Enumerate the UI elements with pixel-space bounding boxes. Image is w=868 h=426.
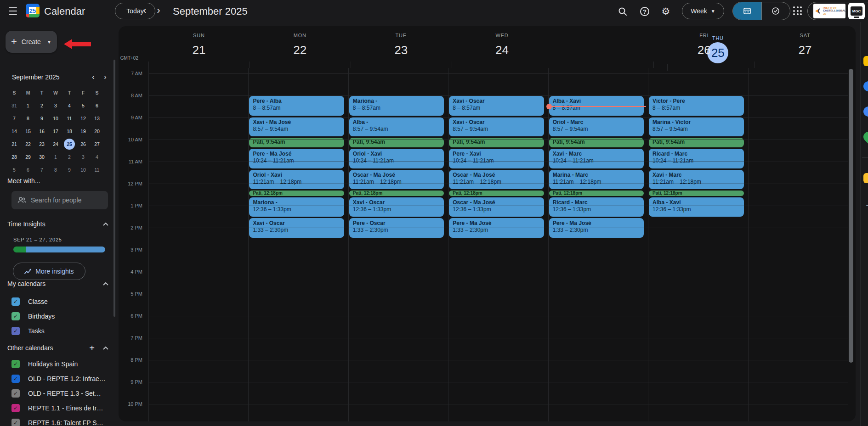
event-chip[interactable]: Pere - Xavi10:24 – 11:21am (449, 149, 544, 168)
calendar-checkbox[interactable] (11, 389, 20, 398)
mini-calendar-next-icon[interactable]: › (99, 71, 111, 83)
mini-calendar-date[interactable]: 27 (90, 138, 104, 151)
day-number[interactable]: 24 (492, 39, 513, 61)
mini-calendar-date[interactable]: 4 (90, 151, 104, 163)
profile-badge[interactable]: INSTITUT CASTELLBISBAL 30 MGC (807, 2, 868, 20)
calendar-checkbox[interactable] (11, 297, 20, 306)
event-chip[interactable]: Oriol - Xavi11:21am – 12:18pm (249, 170, 344, 190)
day-number[interactable]: 26 (693, 39, 715, 61)
other-calendar-item[interactable]: Holidays in Spain (7, 357, 111, 371)
help-icon[interactable]: ? (639, 6, 651, 17)
day-column-tue[interactable]: Mariona -8 – 8:57amAlba -8:57 – 9:54amPa… (348, 68, 448, 421)
mini-calendar-date[interactable]: 18 (62, 125, 76, 138)
day-column-fri[interactable]: Victor - Pere8 – 8:57amMarina - Victor8:… (648, 68, 748, 421)
tasks-view-toggle[interactable] (761, 2, 790, 20)
my-calendar-item[interactable]: Birthdays (7, 309, 111, 324)
event-chip[interactable]: Pati, 12:18pm (349, 191, 444, 196)
mini-calendar-prev-icon[interactable]: ‹ (87, 71, 99, 83)
event-chip[interactable]: Victor - Pere8 – 8:57am (649, 96, 743, 116)
day-header-fri[interactable]: FRI26 (653, 26, 755, 68)
search-icon[interactable] (617, 6, 629, 17)
next-week-icon[interactable]: › (152, 4, 165, 17)
sidebar-scrollbar[interactable] (113, 60, 115, 317)
mini-calendar-date[interactable]: 2 (62, 151, 76, 163)
mini-calendar-date[interactable]: 1 (49, 151, 62, 163)
other-calendar-item[interactable]: OLD - REPTE 1.2: Infraest... (7, 371, 111, 386)
mini-calendar-date[interactable]: 5 (76, 99, 90, 112)
mini-calendar-date[interactable]: 1 (21, 99, 35, 112)
calendar-view-toggle[interactable] (733, 2, 761, 20)
event-chip[interactable]: Xavi - Ma José8:57 – 9:54am (249, 117, 344, 137)
mini-calendar-date[interactable]: 9 (35, 112, 49, 125)
mini-calendar-date[interactable]: 25 (62, 138, 76, 151)
mini-calendar-date[interactable]: 19 (76, 125, 90, 138)
mini-calendar-date[interactable]: 16 (35, 125, 49, 138)
prev-week-icon[interactable]: ‹ (138, 4, 152, 17)
mini-calendar-date[interactable]: 30 (35, 151, 49, 163)
event-chip[interactable]: Ricard - Marc10:24 – 11:21am (649, 149, 743, 168)
view-selector[interactable]: Week ▼ (682, 3, 724, 19)
event-chip[interactable]: Marina - Victor8:57 – 9:54am (649, 117, 743, 137)
mini-calendar-date[interactable]: 20 (90, 125, 104, 138)
main-menu-icon[interactable] (6, 5, 19, 17)
my-calendar-item[interactable]: Classe (7, 294, 111, 309)
maps-icon[interactable] (861, 129, 868, 144)
mini-calendar-date[interactable]: 5 (7, 163, 21, 176)
day-column-mon[interactable]: Pere - Alba8 – 8:57amXavi - Ma José8:57 … (248, 68, 348, 421)
calendar-checkbox[interactable] (11, 419, 20, 426)
day-column-wed[interactable]: Xavi - Oscar8 – 8:57amXavi - Oscar8:57 –… (448, 68, 548, 421)
event-chip[interactable]: Oriol - Xavi10:24 – 11:21am (349, 149, 444, 168)
mgc-extension-icon[interactable]: MGC (848, 3, 865, 19)
mini-calendar-date[interactable]: 11 (62, 112, 76, 125)
mini-calendar-date[interactable]: 23 (35, 138, 49, 151)
calendar-checkbox[interactable] (11, 404, 20, 412)
event-chip[interactable]: Xavi - Marc10:24 – 11:21am (549, 149, 644, 168)
collapse-my-calendars-icon[interactable] (100, 278, 111, 289)
mini-calendar-date[interactable]: 9 (62, 163, 76, 176)
search-people-input[interactable]: Search for people (11, 191, 108, 209)
day-number[interactable]: 27 (794, 39, 816, 61)
day-number[interactable]: 22 (289, 39, 311, 61)
mini-calendar-date[interactable]: 8 (21, 112, 35, 125)
mini-calendar-date[interactable]: 29 (21, 151, 35, 163)
event-chip[interactable]: Alba - Xavi12:36 – 1:33pm (649, 197, 743, 217)
mini-calendar-date[interactable]: 8 (49, 163, 62, 176)
calendar-checkbox[interactable] (11, 312, 20, 320)
event-chip[interactable]: Oscar - Ma José11:21am – 12:18pm (449, 170, 544, 190)
day-column-sat[interactable] (748, 68, 848, 421)
mini-calendar-date[interactable]: 4 (62, 99, 76, 112)
day-number[interactable]: 21 (188, 39, 210, 61)
mini-calendar-date[interactable]: 6 (21, 163, 35, 176)
event-chip[interactable]: Xavi - Oscar12:36 – 1:33pm (349, 197, 444, 217)
event-chip[interactable]: Pere - Alba8 – 8:57am (249, 96, 344, 116)
more-insights-button[interactable]: More insights (13, 263, 85, 280)
day-number[interactable]: 23 (391, 39, 412, 61)
day-header-mon[interactable]: MON22 (250, 26, 351, 68)
extension-icon[interactable] (863, 173, 868, 183)
mini-calendar-date[interactable]: 10 (76, 163, 90, 176)
my-calendar-item[interactable]: Tasks (7, 324, 111, 338)
mini-calendar-date[interactable]: 14 (7, 125, 21, 138)
event-chip[interactable]: Xavi - Oscar8:57 – 9:54am (449, 117, 544, 137)
mini-calendar-date[interactable]: 10 (49, 112, 62, 125)
mini-calendar-date[interactable]: 3 (76, 151, 90, 163)
event-chip[interactable]: Pati, 12:18pm (549, 191, 644, 196)
day-column-thu[interactable]: Alba - Xavi8 – 8:57amOriol - Marc8:57 – … (548, 68, 648, 421)
event-chip[interactable]: Oscar - Ma José11:21am – 12:18pm (349, 170, 444, 190)
event-chip[interactable]: Mariona -12:36 – 1:33pm (249, 197, 344, 217)
mini-calendar-date[interactable]: 28 (7, 151, 21, 163)
mini-calendar-date[interactable]: 17 (49, 125, 62, 138)
mini-calendar-date[interactable]: 31 (7, 99, 21, 112)
google-apps-icon[interactable] (793, 6, 802, 16)
calendar-scrollbar[interactable] (849, 69, 853, 363)
event-chip[interactable]: Xavi - Marc11:21am – 12:18pm (649, 170, 743, 190)
mini-calendar-date[interactable]: 15 (21, 125, 35, 138)
mini-calendar-date[interactable]: 7 (35, 163, 49, 176)
event-chip[interactable]: Alba -8:57 – 9:54am (349, 117, 444, 137)
mini-calendar-date[interactable]: 6 (90, 99, 104, 112)
settings-icon[interactable]: ⚙ (660, 6, 672, 17)
event-chip[interactable]: Xavi - Oscar8 – 8:57am (449, 96, 544, 116)
mini-calendar-date[interactable]: 21 (7, 138, 21, 151)
keep-icon[interactable] (863, 56, 868, 66)
day-header-tue[interactable]: TUE23 (351, 26, 452, 68)
